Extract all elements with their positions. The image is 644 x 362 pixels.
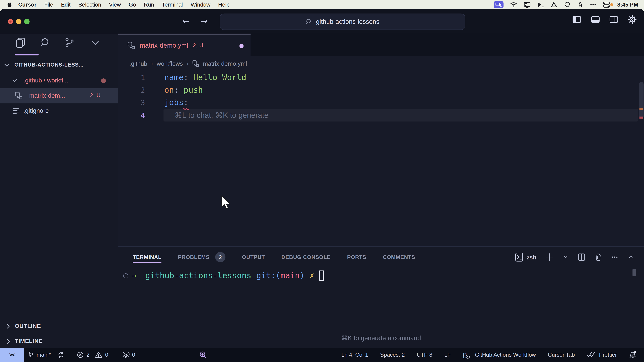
active-shell-item[interactable]: zsh (515, 252, 536, 262)
command-center-search[interactable]: github-actions-lessons (220, 13, 465, 30)
language-mode-item[interactable]: {} GitHub Actions Workflow (463, 352, 536, 358)
error-count: 2 (86, 352, 90, 358)
panel-more-actions-icon[interactable] (611, 254, 618, 260)
zoom-window-button[interactable] (24, 19, 29, 24)
gitignore-file-icon (12, 107, 20, 115)
branch-icon (28, 351, 34, 358)
editor-scrollbar-thumb[interactable] (639, 82, 644, 118)
split-terminal-icon[interactable] (578, 253, 586, 261)
tab-debug-console[interactable]: DEBUG CONSOLE (282, 254, 331, 260)
git-prompt-open: git:( (256, 271, 280, 280)
remote-indicator[interactable]: >< (0, 348, 24, 362)
code-line-3: 3 jobs: (118, 96, 644, 109)
zoom-indicator-item[interactable] (199, 351, 207, 359)
kill-terminal-trash-icon[interactable] (595, 253, 602, 261)
more-menu-icon[interactable] (590, 2, 596, 7)
screen-sharing-icon[interactable] (494, 1, 504, 8)
menu-run[interactable]: Run (140, 1, 158, 8)
menu-selection[interactable]: Selection (74, 1, 105, 8)
tree-item-matrix-demo-selected[interactable]: matrix-dem... 2, U (0, 88, 118, 104)
new-terminal-icon[interactable] (546, 253, 554, 261)
git-branch-item[interactable]: main* (28, 351, 51, 358)
breadcrumb-file[interactable]: matrix-demo.yml (203, 60, 247, 67)
terminal-dropdown-chevron-icon[interactable] (563, 254, 568, 260)
search-view-icon[interactable] (40, 37, 51, 48)
cursor-position-item[interactable]: Ln 4, Col 1 (341, 352, 368, 358)
toggle-panel-icon[interactable] (591, 16, 600, 23)
display-icon[interactable] (524, 1, 531, 8)
radio-tower-icon (122, 351, 130, 359)
git-branch-name: main (280, 271, 300, 280)
active-line-number: 4 (122, 109, 145, 121)
terminal-shell-icon (515, 252, 523, 262)
window-title-bar: ← → github-actions-lessons (0, 9, 644, 34)
navigate-forward-icon[interactable]: → (201, 15, 208, 27)
triangle-app-icon[interactable] (550, 1, 558, 8)
chevron-down-icon (3, 61, 10, 68)
tab-comments[interactable]: COMMENTS (383, 254, 415, 260)
timeline-section-header[interactable]: TIMELINE (0, 336, 118, 347)
explorer-view-icon[interactable] (15, 37, 26, 48)
tree-item-gitignore[interactable]: .gitignore (0, 103, 118, 119)
toggle-secondary-sidebar-icon[interactable] (610, 16, 618, 23)
menu-view[interactable]: View (105, 1, 125, 8)
menu-terminal[interactable]: Terminal (158, 1, 187, 8)
notifications-item[interactable] (629, 351, 636, 359)
formatter-item[interactable]: Prettier (587, 352, 617, 358)
llama-icon[interactable] (577, 1, 583, 8)
control-center-icon[interactable] (603, 1, 610, 8)
menu-app-name[interactable]: Cursor (14, 1, 40, 8)
git-dirty-mark: ✗ (310, 271, 314, 280)
menu-edit[interactable]: Edit (57, 1, 74, 8)
panel-scrollbar-thumb[interactable] (632, 269, 636, 276)
menu-go[interactable]: Go (125, 1, 140, 8)
tab-problems[interactable]: PROBLEMS2 (178, 252, 226, 262)
terminal-prompt-line[interactable]: → github-actions-lessons git:(main) ✗ (123, 269, 324, 282)
menu-bar-clock[interactable]: 8:45 PM (616, 1, 638, 8)
explorer-section-header[interactable]: GITHUB-ACTIONS-LESS... (0, 59, 118, 70)
more-views-chevron-icon[interactable] (90, 37, 101, 48)
indentation-item[interactable]: Spaces: 2 (380, 352, 405, 358)
menu-window[interactable]: Window (187, 1, 214, 8)
source-control-view-icon[interactable] (64, 37, 75, 48)
encoding-item[interactable]: UTF-8 (416, 352, 432, 358)
search-icon (306, 18, 312, 25)
terminal-play-icon[interactable] (537, 1, 544, 8)
unsaved-changes-dot[interactable] (240, 44, 244, 48)
settings-gear-icon[interactable] (628, 15, 636, 24)
breadcrumb-workflows[interactable]: workflows (157, 60, 183, 67)
shield-app-icon[interactable] (564, 1, 570, 8)
chevron-right-icon (5, 338, 12, 345)
menu-help[interactable]: Help (214, 1, 234, 8)
git-prompt-close: ) (300, 271, 304, 280)
cursor-tab-item[interactable]: Cursor Tab (548, 352, 575, 358)
code-editor[interactable]: 1 name: Hello World 2 on: push 3 jobs: 4 (118, 70, 644, 255)
mouse-cursor (221, 195, 231, 210)
eol-item[interactable]: LF (444, 352, 451, 358)
sync-icon (57, 351, 64, 358)
tab-output[interactable]: OUTPUT (242, 254, 265, 260)
tab-matrix-demo-yml[interactable]: matrix-demo.yml 2, U (118, 34, 250, 56)
close-panel-icon[interactable]: × (643, 253, 644, 261)
sync-changes-item[interactable] (57, 351, 64, 358)
tab-ports[interactable]: PORTS (347, 254, 366, 260)
breadcrumb-github[interactable]: .github (129, 60, 147, 67)
warning-count: 0 (105, 352, 108, 358)
maximize-panel-chevron-icon[interactable] (628, 254, 634, 260)
problems-count-badge: 2 (215, 252, 226, 262)
file-label: .gitignore (24, 107, 49, 114)
tree-item-github-workflows[interactable]: .github / workfl... (0, 73, 118, 88)
prompt-arrow: → (132, 271, 137, 280)
shell-name-label: zsh (526, 253, 536, 260)
menu-file[interactable]: File (40, 1, 57, 8)
apple-menu-icon[interactable] (6, 1, 14, 8)
tab-terminal[interactable]: TERMINAL (133, 254, 162, 260)
navigate-back-icon[interactable]: ← (182, 15, 189, 27)
wifi-icon[interactable] (510, 2, 517, 7)
ports-item[interactable]: 0 (122, 351, 135, 359)
minimize-window-button[interactable] (16, 19, 21, 24)
problems-item[interactable]: 2 0 (77, 351, 108, 358)
outline-section-header[interactable]: OUTLINE (0, 321, 118, 332)
toggle-primary-sidebar-icon[interactable] (572, 16, 581, 23)
close-window-button[interactable] (8, 19, 13, 24)
